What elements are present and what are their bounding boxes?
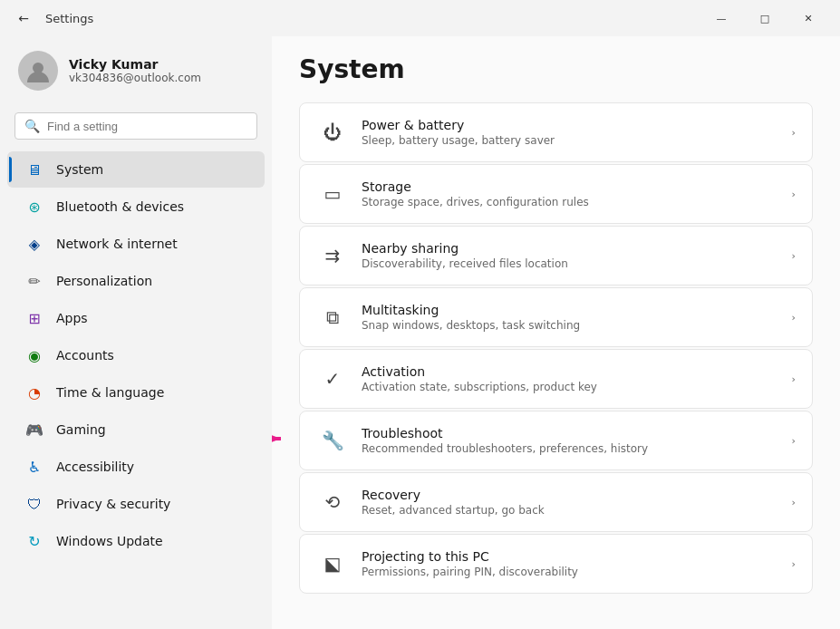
sidebar-item-time[interactable]: ◔ Time & language [7,374,265,411]
sidebar-item-windows-update[interactable]: ↻ Windows Update [7,523,265,559]
projecting-icon: ⬕ [316,547,349,580]
settings-item-troubleshoot[interactable]: 🔧 Troubleshoot Recommended troubleshoote… [299,411,813,470]
settings-item-power-battery[interactable]: ⏻ Power & battery Sleep, battery usage, … [299,102,813,162]
minimize-button[interactable]: — [700,4,742,33]
sidebar-item-apps[interactable]: ⊞ Apps [7,300,265,336]
troubleshoot-title: Troubleshoot [362,426,792,440]
activation-title: Activation [362,364,792,379]
sidebar-nav: 🖥 System ⊛ Bluetooth & devices ◈ Network… [0,150,272,560]
chevron-right-icon: › [792,312,796,324]
titlebar-left: ← Settings [11,5,93,31]
sidebar-item-label: Gaming [56,422,106,437]
chevron-right-icon: › [792,189,796,200]
chevron-right-icon: › [792,127,796,139]
projecting-subtitle: Permissions, pairing PIN, discoverabilit… [362,566,792,578]
avatar [18,51,58,91]
recovery-text: Recovery Reset, advanced startup, go bac… [362,488,792,517]
titlebar: ← Settings — □ ✕ [0,0,840,36]
time-icon: ◔ [25,383,43,402]
power-battery-icon: ⏻ [316,116,349,149]
chevron-right-icon: › [792,435,796,447]
troubleshoot-subtitle: Recommended troubleshooters, preferences… [362,442,792,455]
gaming-icon: 🎮 [25,421,43,439]
search-box[interactable]: 🔍 [14,112,257,140]
storage-title: Storage [362,179,792,194]
recovery-icon: ⟲ [316,486,349,518]
multitasking-icon: ⧉ [316,301,349,334]
settings-item-nearby-sharing[interactable]: ⇉ Nearby sharing Discoverability, receiv… [299,226,813,285]
sidebar-item-label: Privacy & security [56,497,170,511]
activation-icon: ✓ [316,363,349,395]
search-input[interactable] [47,120,247,133]
maximize-button[interactable]: □ [744,4,786,33]
sidebar-item-label: Network & internet [56,237,178,251]
power-battery-title: Power & battery [362,118,792,132]
storage-icon: ▭ [316,178,349,210]
sidebar-item-network[interactable]: ◈ Network & internet [7,226,265,262]
sidebar-item-accounts[interactable]: ◉ Accounts [7,337,265,373]
user-profile[interactable]: Vicky Kumar vk304836@outlook.com [0,36,272,105]
settings-list: ⏻ Power & battery Sleep, battery usage, … [299,102,813,594]
main-container: Vicky Kumar vk304836@outlook.com 🔍 🖥 Sys… [0,36,840,629]
main-content: System ⏻ Power & battery Sleep, battery … [272,36,840,629]
projecting-title: Projecting to this PC [362,549,792,564]
sidebar-item-label: Bluetooth & devices [56,199,184,214]
power-battery-text: Power & battery Sleep, battery usage, ba… [362,118,792,147]
settings-item-projecting[interactable]: ⬕ Projecting to this PC Permissions, pai… [299,534,813,594]
multitasking-subtitle: Snap windows, desktops, task switching [362,319,792,332]
nearby-sharing-subtitle: Discoverability, received files location [362,257,792,270]
settings-item-multitasking[interactable]: ⧉ Multitasking Snap windows, desktops, t… [299,287,813,347]
sidebar: Vicky Kumar vk304836@outlook.com 🔍 🖥 Sys… [0,36,272,629]
settings-item-recovery[interactable]: ⟲ Recovery Reset, advanced startup, go b… [299,472,813,532]
window-controls: — □ ✕ [700,4,829,33]
sidebar-item-system[interactable]: 🖥 System [7,151,265,188]
recovery-title: Recovery [362,488,792,502]
back-icon: ← [18,11,29,25]
storage-subtitle: Storage space, drives, configuration rul… [362,196,792,208]
back-button[interactable]: ← [11,5,36,31]
sidebar-item-label: Accessibility [56,460,134,474]
chevron-right-icon: › [792,250,796,262]
chevron-right-icon: › [792,373,796,385]
chevron-right-icon: › [792,497,796,508]
privacy-icon: 🛡 [25,495,43,513]
sidebar-item-label: Personalization [56,274,152,288]
storage-text: Storage Storage space, drives, configura… [362,179,792,208]
accounts-icon: ◉ [25,346,43,364]
network-icon: ◈ [25,235,43,253]
personalization-icon: ✏ [25,272,43,290]
settings-item-storage[interactable]: ▭ Storage Storage space, drives, configu… [299,164,813,224]
sidebar-item-label: Apps [56,311,88,325]
system-icon: 🖥 [25,160,43,179]
sidebar-item-label: System [56,162,103,177]
troubleshoot-icon: 🔧 [316,424,349,457]
nearby-sharing-icon: ⇉ [316,239,349,272]
nearby-sharing-text: Nearby sharing Discoverability, received… [362,241,792,270]
sidebar-item-personalization[interactable]: ✏ Personalization [7,263,265,299]
troubleshoot-text: Troubleshoot Recommended troubleshooters… [362,426,792,455]
power-battery-subtitle: Sleep, battery usage, battery saver [362,134,792,147]
page-title: System [299,54,813,84]
chevron-right-icon: › [792,558,796,570]
activation-text: Activation Activation state, subscriptio… [362,364,792,393]
accessibility-icon: ♿ [25,458,43,476]
sidebar-item-bluetooth[interactable]: ⊛ Bluetooth & devices [7,189,265,225]
sidebar-item-privacy[interactable]: 🛡 Privacy & security [7,486,265,522]
settings-item-activation[interactable]: ✓ Activation Activation state, subscript… [299,349,813,409]
app-title: Settings [45,12,93,25]
sidebar-item-accessibility[interactable]: ♿ Accessibility [7,449,265,485]
search-container: 🔍 [0,105,272,147]
user-name: Vicky Kumar [69,57,201,72]
activation-subtitle: Activation state, subscriptions, product… [362,381,792,393]
sidebar-item-label: Accounts [56,348,114,363]
sidebar-item-gaming[interactable]: 🎮 Gaming [7,411,265,448]
close-button[interactable]: ✕ [787,4,829,33]
sidebar-item-label: Windows Update [56,534,163,548]
user-email: vk304836@outlook.com [69,72,201,84]
search-icon: 🔍 [24,119,40,133]
sidebar-item-label: Time & language [56,385,164,400]
windows-update-icon: ↻ [25,532,43,550]
bluetooth-icon: ⊛ [25,198,43,216]
projecting-text: Projecting to this PC Permissions, pairi… [362,549,792,578]
recovery-subtitle: Reset, advanced startup, go back [362,504,792,517]
